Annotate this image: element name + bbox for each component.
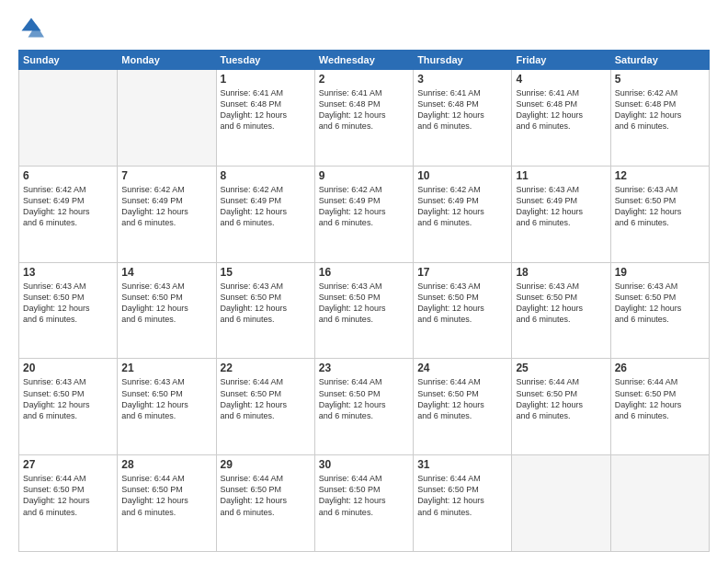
calendar-cell: 1Sunrise: 6:41 AMSunset: 6:48 PMDaylight… <box>216 70 314 167</box>
day-info: Sunrise: 6:44 AMSunset: 6:50 PMDaylight:… <box>319 473 409 518</box>
day-info: Sunrise: 6:43 AMSunset: 6:50 PMDaylight:… <box>221 281 311 326</box>
day-number: 3 <box>417 73 507 86</box>
day-number: 31 <box>417 458 507 471</box>
day-number: 7 <box>121 169 211 182</box>
day-of-week-header: Monday <box>118 51 216 70</box>
calendar-cell: 5Sunrise: 6:42 AMSunset: 6:48 PMDaylight… <box>610 70 709 167</box>
day-info: Sunrise: 6:42 AMSunset: 6:49 PMDaylight:… <box>417 184 507 229</box>
day-number: 13 <box>23 266 113 279</box>
day-info: Sunrise: 6:44 AMSunset: 6:50 PMDaylight:… <box>23 473 113 518</box>
day-number: 29 <box>221 458 311 471</box>
calendar-cell: 17Sunrise: 6:43 AMSunset: 6:50 PMDayligh… <box>414 262 512 359</box>
day-info: Sunrise: 6:43 AMSunset: 6:50 PMDaylight:… <box>23 281 113 326</box>
day-number: 28 <box>121 458 211 471</box>
day-number: 18 <box>516 266 606 279</box>
calendar-cell <box>512 455 610 552</box>
calendar-cell: 25Sunrise: 6:44 AMSunset: 6:50 PMDayligh… <box>512 359 610 455</box>
logo <box>18 15 48 40</box>
calendar-week-row: 6Sunrise: 6:42 AMSunset: 6:49 PMDaylight… <box>19 166 710 262</box>
day-of-week-header: Saturday <box>610 51 709 70</box>
day-number: 25 <box>516 362 606 374</box>
day-number: 9 <box>319 169 409 182</box>
day-of-week-header: Wednesday <box>314 51 413 70</box>
calendar-cell: 22Sunrise: 6:44 AMSunset: 6:50 PMDayligh… <box>216 359 314 455</box>
day-info: Sunrise: 6:41 AMSunset: 6:48 PMDaylight:… <box>319 87 409 132</box>
day-info: Sunrise: 6:42 AMSunset: 6:48 PMDaylight:… <box>615 87 705 132</box>
header-row: SundayMondayTuesdayWednesdayThursdayFrid… <box>19 51 710 70</box>
day-number: 21 <box>121 362 211 374</box>
calendar-week-row: 20Sunrise: 6:43 AMSunset: 6:50 PMDayligh… <box>19 359 710 455</box>
day-info: Sunrise: 6:44 AMSunset: 6:50 PMDaylight:… <box>417 473 507 518</box>
day-info: Sunrise: 6:44 AMSunset: 6:50 PMDaylight:… <box>615 376 705 421</box>
calendar-cell: 11Sunrise: 6:43 AMSunset: 6:49 PMDayligh… <box>512 166 610 262</box>
calendar-cell: 15Sunrise: 6:43 AMSunset: 6:50 PMDayligh… <box>216 262 314 359</box>
calendar-cell: 20Sunrise: 6:43 AMSunset: 6:50 PMDayligh… <box>19 359 118 455</box>
calendar-week-row: 13Sunrise: 6:43 AMSunset: 6:50 PMDayligh… <box>19 262 710 359</box>
calendar-cell: 2Sunrise: 6:41 AMSunset: 6:48 PMDaylight… <box>314 70 413 167</box>
day-info: Sunrise: 6:44 AMSunset: 6:50 PMDaylight:… <box>121 473 211 518</box>
day-info: Sunrise: 6:44 AMSunset: 6:50 PMDaylight:… <box>221 376 311 421</box>
day-number: 23 <box>319 362 409 374</box>
day-number: 17 <box>417 266 507 279</box>
calendar-cell: 3Sunrise: 6:41 AMSunset: 6:48 PMDaylight… <box>414 70 512 167</box>
page: SundayMondayTuesdayWednesdayThursdayFrid… <box>0 0 728 563</box>
day-number: 5 <box>615 73 705 86</box>
calendar-cell: 7Sunrise: 6:42 AMSunset: 6:49 PMDaylight… <box>118 166 216 262</box>
day-info: Sunrise: 6:42 AMSunset: 6:49 PMDaylight:… <box>221 184 311 229</box>
calendar-week-row: 27Sunrise: 6:44 AMSunset: 6:50 PMDayligh… <box>19 455 710 552</box>
day-info: Sunrise: 6:44 AMSunset: 6:50 PMDaylight:… <box>221 473 311 518</box>
day-info: Sunrise: 6:43 AMSunset: 6:49 PMDaylight:… <box>516 184 606 229</box>
day-number: 27 <box>23 458 113 471</box>
day-number: 8 <box>221 169 311 182</box>
day-info: Sunrise: 6:41 AMSunset: 6:48 PMDaylight:… <box>417 87 507 132</box>
day-info: Sunrise: 6:43 AMSunset: 6:50 PMDaylight:… <box>121 281 211 326</box>
day-info: Sunrise: 6:44 AMSunset: 6:50 PMDaylight:… <box>516 376 606 421</box>
calendar-cell: 12Sunrise: 6:43 AMSunset: 6:50 PMDayligh… <box>610 166 709 262</box>
calendar-cell: 23Sunrise: 6:44 AMSunset: 6:50 PMDayligh… <box>314 359 413 455</box>
day-number: 26 <box>615 362 705 374</box>
calendar-cell: 14Sunrise: 6:43 AMSunset: 6:50 PMDayligh… <box>118 262 216 359</box>
calendar-cell: 26Sunrise: 6:44 AMSunset: 6:50 PMDayligh… <box>610 359 709 455</box>
calendar-cell: 18Sunrise: 6:43 AMSunset: 6:50 PMDayligh… <box>512 262 610 359</box>
calendar-cell: 8Sunrise: 6:42 AMSunset: 6:49 PMDaylight… <box>216 166 314 262</box>
calendar-cell: 31Sunrise: 6:44 AMSunset: 6:50 PMDayligh… <box>414 455 512 552</box>
day-number: 16 <box>319 266 409 279</box>
day-number: 2 <box>319 73 409 86</box>
calendar-cell: 27Sunrise: 6:44 AMSunset: 6:50 PMDayligh… <box>19 455 118 552</box>
day-number: 22 <box>221 362 311 374</box>
day-number: 30 <box>319 458 409 471</box>
day-info: Sunrise: 6:42 AMSunset: 6:49 PMDaylight:… <box>121 184 211 229</box>
day-info: Sunrise: 6:43 AMSunset: 6:50 PMDaylight:… <box>319 281 409 326</box>
day-of-week-header: Friday <box>512 51 610 70</box>
calendar-cell: 13Sunrise: 6:43 AMSunset: 6:50 PMDayligh… <box>19 262 118 359</box>
day-number: 1 <box>221 73 311 86</box>
day-number: 15 <box>221 266 311 279</box>
day-info: Sunrise: 6:41 AMSunset: 6:48 PMDaylight:… <box>516 87 606 132</box>
calendar-cell: 6Sunrise: 6:42 AMSunset: 6:49 PMDaylight… <box>19 166 118 262</box>
calendar-cell: 21Sunrise: 6:43 AMSunset: 6:50 PMDayligh… <box>118 359 216 455</box>
day-info: Sunrise: 6:43 AMSunset: 6:50 PMDaylight:… <box>516 281 606 326</box>
day-info: Sunrise: 6:42 AMSunset: 6:49 PMDaylight:… <box>23 184 113 229</box>
day-info: Sunrise: 6:44 AMSunset: 6:50 PMDaylight:… <box>319 376 409 421</box>
day-number: 20 <box>23 362 113 374</box>
logo-icon <box>18 15 44 40</box>
day-number: 12 <box>615 169 705 182</box>
calendar-table: SundayMondayTuesdayWednesdayThursdayFrid… <box>18 50 710 552</box>
day-info: Sunrise: 6:42 AMSunset: 6:49 PMDaylight:… <box>319 184 409 229</box>
day-info: Sunrise: 6:43 AMSunset: 6:50 PMDaylight:… <box>23 376 113 421</box>
day-info: Sunrise: 6:44 AMSunset: 6:50 PMDaylight:… <box>417 376 507 421</box>
day-number: 6 <box>23 169 113 182</box>
day-info: Sunrise: 6:43 AMSunset: 6:50 PMDaylight:… <box>417 281 507 326</box>
day-number: 11 <box>516 169 606 182</box>
day-number: 4 <box>516 73 606 86</box>
calendar-cell: 10Sunrise: 6:42 AMSunset: 6:49 PMDayligh… <box>414 166 512 262</box>
calendar-cell <box>118 70 216 167</box>
calendar-cell: 16Sunrise: 6:43 AMSunset: 6:50 PMDayligh… <box>314 262 413 359</box>
calendar-cell: 28Sunrise: 6:44 AMSunset: 6:50 PMDayligh… <box>118 455 216 552</box>
day-number: 10 <box>417 169 507 182</box>
calendar-cell <box>19 70 118 167</box>
calendar-header: SundayMondayTuesdayWednesdayThursdayFrid… <box>19 51 710 70</box>
day-number: 14 <box>121 266 211 279</box>
calendar-week-row: 1Sunrise: 6:41 AMSunset: 6:48 PMDaylight… <box>19 70 710 167</box>
calendar-cell: 19Sunrise: 6:43 AMSunset: 6:50 PMDayligh… <box>610 262 709 359</box>
